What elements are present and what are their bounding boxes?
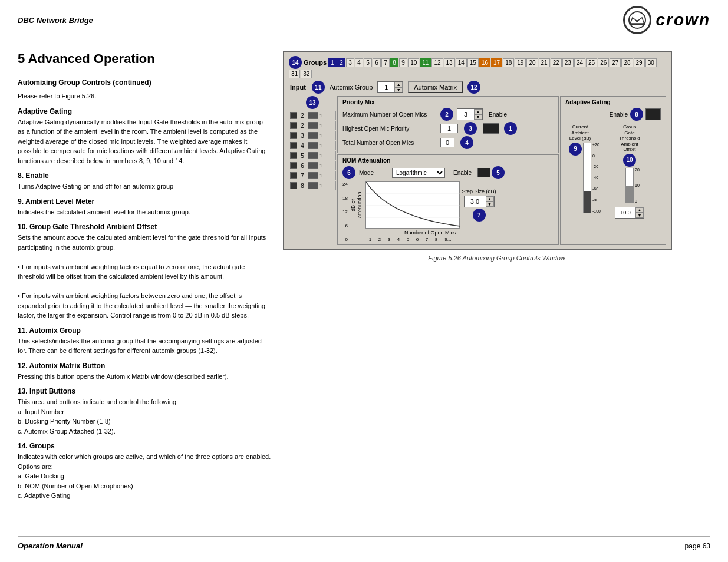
- group-14[interactable]: 14: [456, 58, 467, 67]
- groups-bar: 14 Groups 1 2 3 4 5 6 7 8 9 10 11 12 13 …: [286, 55, 668, 80]
- group-8[interactable]: 8: [390, 58, 398, 67]
- nom-chart: [365, 181, 460, 229]
- group-22[interactable]: 22: [551, 58, 562, 67]
- group-11[interactable]: 11: [420, 58, 431, 67]
- channel-meter-2: [308, 122, 318, 129]
- group-32[interactable]: 32: [301, 70, 312, 78]
- step-size-spinbox[interactable]: ▲ ▼: [464, 196, 495, 207]
- step-size-value[interactable]: [465, 197, 486, 206]
- step-size-up[interactable]: ▲: [486, 196, 494, 201]
- channel-row-4: 4 1: [289, 141, 336, 150]
- group-gate-label: GroupGateThresholdAmbientOffset: [615, 124, 644, 153]
- highest-open-mic-value[interactable]: [441, 124, 457, 133]
- group-15[interactable]: 15: [467, 58, 479, 67]
- badge-8: 8: [630, 108, 643, 121]
- group-5[interactable]: 5: [364, 58, 372, 67]
- max-open-mics-value[interactable]: [457, 110, 474, 118]
- channel-meter-4: [308, 142, 318, 149]
- group-4[interactable]: 4: [355, 58, 363, 67]
- group-16[interactable]: 16: [479, 58, 490, 67]
- nom-mode-row: 6 Mode Logarithmic Linear Off Enable: [342, 166, 554, 179]
- automix-matrix-button[interactable]: Automix Matrix: [408, 81, 463, 93]
- automix-group-up[interactable]: ▲: [394, 82, 403, 87]
- group-29[interactable]: 29: [634, 58, 645, 67]
- x-axis-ticks: 1 2 3 4 5 6 7 8 9...: [365, 237, 496, 242]
- group-18[interactable]: 18: [503, 58, 514, 67]
- group-20[interactable]: 20: [526, 58, 538, 67]
- section-threshold-content: Sets the amount above the calculated amb…: [18, 233, 271, 320]
- enable-indicator-priority: [483, 123, 499, 134]
- group-26[interactable]: 26: [598, 58, 609, 67]
- channel-led-8: [290, 182, 297, 189]
- automix-group-value[interactable]: [378, 83, 394, 91]
- section-groups-title: 14. Groups: [18, 442, 271, 450]
- group-7[interactable]: 7: [381, 58, 390, 67]
- max-open-mics-down[interactable]: ▼: [474, 114, 482, 120]
- offset-up[interactable]: ▲: [635, 207, 644, 213]
- section-adaptive-title: Adaptive Gating: [18, 107, 271, 115]
- channel-row-3: 3 1: [289, 131, 336, 140]
- badge-14: 14: [289, 56, 302, 69]
- section-input-content: This area and buttons indicate and contr…: [18, 397, 271, 436]
- figure-caption: Figure 5.26 Automixing Group Controls Wi…: [283, 254, 710, 262]
- max-open-mics-label: Maximum Number of Open Mics: [342, 111, 437, 118]
- group-9[interactable]: 9: [399, 58, 407, 67]
- header: DBC Network Bridge crown: [0, 0, 728, 39]
- channel-meter-5: [308, 152, 318, 159]
- group-24[interactable]: 24: [574, 58, 585, 67]
- channel-led-3: [290, 132, 297, 139]
- nom-enable-indicator: [477, 168, 490, 177]
- max-open-mics-spinbox[interactable]: ▲ ▼: [457, 108, 483, 120]
- automix-group-down[interactable]: ▼: [394, 87, 403, 92]
- group-23[interactable]: 23: [562, 58, 574, 67]
- badge-1: 1: [504, 122, 517, 135]
- section-enable-title: 8. Enable: [18, 171, 271, 180]
- channel-row-1: 2 1: [289, 111, 336, 120]
- highest-open-mic-row: Highest Open Mic Priority 3 1: [342, 122, 554, 135]
- group-13[interactable]: 13: [444, 58, 455, 67]
- channels-column: 13 2 1 2 1: [289, 96, 336, 245]
- max-open-mics-up[interactable]: ▲: [474, 109, 482, 114]
- highest-open-mic-spinbox[interactable]: [440, 124, 458, 133]
- nom-enable-label: Enable: [453, 170, 472, 176]
- group-3[interactable]: 3: [346, 58, 354, 67]
- group-28[interactable]: 28: [621, 58, 633, 67]
- diagram-column: 14 Groups 1 2 3 4 5 6 7 8 9 10 11 12 13 …: [283, 51, 710, 503]
- offset-value[interactable]: [615, 209, 635, 216]
- channel-led-5: [290, 152, 297, 159]
- crown-icon: [623, 6, 651, 34]
- section-input-title: 13. Input Buttons: [18, 387, 271, 395]
- step-size-down[interactable]: ▼: [486, 201, 494, 207]
- offset-spinbox[interactable]: ▲ ▼: [615, 207, 644, 219]
- x-axis-label: Number of Open Mics: [364, 230, 496, 236]
- group-30[interactable]: 30: [645, 58, 657, 67]
- group-19[interactable]: 19: [515, 58, 526, 67]
- section-automix-group-content: This selects/indicates the automix group…: [18, 336, 271, 356]
- automix-group-spinbox[interactable]: ▲ ▼: [377, 81, 403, 93]
- group-31[interactable]: 31: [289, 70, 300, 78]
- adaptive-enable-indicator: [645, 108, 661, 120]
- nom-mode-select[interactable]: Logarithmic Linear Off: [392, 168, 445, 178]
- nom-attenuation-panel: NOM Attenuation 6 Mode Logarithmic Linea…: [337, 154, 559, 245]
- group-25[interactable]: 25: [586, 58, 597, 67]
- offset-down[interactable]: ▼: [635, 213, 644, 218]
- channel-row-8: 8 1: [289, 181, 336, 190]
- group-12[interactable]: 12: [431, 58, 443, 67]
- section-automix-title: Automixing Group Controls (continued): [18, 78, 271, 87]
- group-6[interactable]: 6: [373, 58, 381, 67]
- group-27[interactable]: 27: [610, 58, 621, 67]
- crown-logo: crown: [623, 6, 710, 34]
- group-21[interactable]: 21: [539, 58, 550, 67]
- svg-rect-5: [630, 24, 644, 25]
- ui-window: 14 Groups 1 2 3 4 5 6 7 8 9 10 11 12 13 …: [283, 51, 672, 250]
- group-10[interactable]: 10: [408, 58, 419, 67]
- group-17[interactable]: 17: [491, 58, 502, 67]
- group-1[interactable]: 1: [328, 58, 337, 67]
- header-title: DBC Network Bridge: [18, 16, 93, 25]
- total-open-mics-label: Total Number of Open Mics: [342, 140, 437, 146]
- offset-meter: [625, 168, 634, 203]
- center-panels: Priority Mix Maximum Number of Open Mics…: [337, 96, 559, 245]
- group-2[interactable]: 2: [337, 58, 345, 67]
- badge-4: 4: [460, 136, 473, 149]
- section-adaptive-content: Adaptive Gating dynamically modifies the…: [18, 117, 271, 166]
